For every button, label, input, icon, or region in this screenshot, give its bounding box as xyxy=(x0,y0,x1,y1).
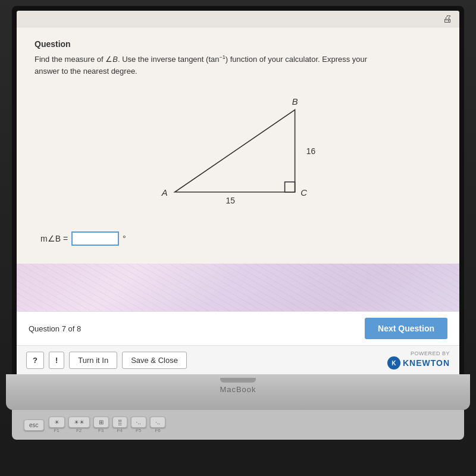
knewton-brand-text: KNEWTON xyxy=(403,358,450,368)
answer-area: m∠B = ° xyxy=(35,231,441,246)
key-group-esc: esc xyxy=(24,419,44,431)
answer-label: m∠B = xyxy=(40,234,68,243)
turn-in-button[interactable]: Turn it In xyxy=(69,352,117,369)
question-label: Question xyxy=(35,39,441,49)
esc-key[interactable]: esc xyxy=(24,419,44,431)
vertex-a-label: A xyxy=(161,188,168,198)
vertex-b-label: B xyxy=(292,97,298,107)
keyboard-section: esc ☀ F1 ☀☀ F2 ⊞ F3 ⣿ F4 ·.. F5 xyxy=(12,410,464,440)
save-close-button[interactable]: Save & Close xyxy=(122,352,187,369)
triangle-diagram: B A C 16 15 xyxy=(137,89,339,220)
screen-bezel: 🖨 Question Find the measure of ∠B. Use t… xyxy=(12,6,464,374)
bottom-bar: Question 7 of 8 Next Question xyxy=(17,311,459,345)
svg-marker-0 xyxy=(175,110,295,192)
content-area: Question Find the measure of ∠B. Use the… xyxy=(17,27,459,264)
vertex-c-label: C xyxy=(300,188,307,198)
diagram-container: B A C 16 15 xyxy=(35,89,441,220)
powered-by-text: POWERED BY xyxy=(411,350,450,356)
help-button[interactable]: ? xyxy=(26,352,44,369)
knewton-logo: K KNEWTON xyxy=(387,356,450,369)
question-text: Find the measure of ∠B. Use the inverse … xyxy=(35,54,380,77)
key-group-fn: ☀ F1 ☀☀ F2 ⊞ F3 ⣿ F4 ·.. F5 ·.. F6 xyxy=(49,416,166,433)
screen: 🖨 Question Find the measure of ∠B. Use t… xyxy=(17,11,459,374)
answer-input[interactable] xyxy=(71,231,119,246)
top-bar: 🖨 xyxy=(17,11,459,27)
macbook-label: MacBook xyxy=(220,385,256,394)
laptop-outer: 🖨 Question Find the measure of ∠B. Use t… xyxy=(0,0,476,476)
f3-key[interactable]: ⊞ F3 xyxy=(93,416,109,433)
laptop-body: MacBook xyxy=(6,374,470,410)
wavy-section xyxy=(17,264,459,311)
knewton-icon: K xyxy=(387,356,400,369)
side-ac-label: 15 xyxy=(226,196,236,205)
laptop-notch xyxy=(220,378,256,383)
powered-by: POWERED BY K KNEWTON xyxy=(387,350,450,369)
question-counter: Question 7 of 8 xyxy=(29,324,81,333)
f1-key[interactable]: ☀ F1 xyxy=(49,416,65,433)
f4-key[interactable]: ⣿ F4 xyxy=(112,416,127,433)
print-icon[interactable]: 🖨 xyxy=(443,14,452,24)
next-question-button[interactable]: Next Question xyxy=(365,318,447,339)
degree-symbol: ° xyxy=(123,234,126,243)
f2-key[interactable]: ☀☀ F2 xyxy=(68,416,90,433)
svg-rect-1 xyxy=(285,182,295,192)
f6-key[interactable]: ·.. F6 xyxy=(150,416,165,433)
f5-key[interactable]: ·.. F5 xyxy=(131,416,146,433)
toolbar: ? ! Turn it In Save & Close POWERED BY K… xyxy=(17,345,459,374)
flag-button[interactable]: ! xyxy=(49,352,64,369)
side-bc-label: 16 xyxy=(306,146,316,156)
